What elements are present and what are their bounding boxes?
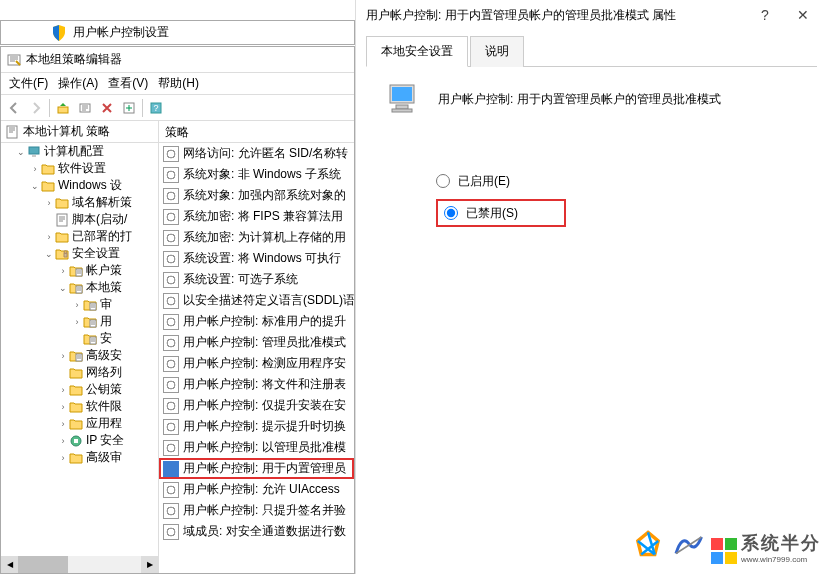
list-item[interactable]: 用户帐户控制: 只提升签名并验 xyxy=(159,500,354,521)
options-button[interactable] xyxy=(74,98,96,118)
list-item[interactable]: 系统加密: 将 FIPS 兼容算法用 xyxy=(159,206,354,227)
tree-item[interactable]: ›公钥策 xyxy=(1,381,158,398)
list-item[interactable]: 用户帐户控制: 以管理员批准模 xyxy=(159,437,354,458)
expander-icon[interactable]: ⌄ xyxy=(15,147,27,157)
back-button[interactable] xyxy=(3,98,25,118)
policy-item-icon xyxy=(163,167,179,183)
list-item[interactable]: 用户帐户控制: 用于内置管理员 xyxy=(159,458,354,479)
expander-icon[interactable]: › xyxy=(57,385,69,395)
expander-icon[interactable]: › xyxy=(71,300,83,310)
expander-icon[interactable]: › xyxy=(57,436,69,446)
expander-icon[interactable]: ⌄ xyxy=(43,249,55,259)
folder-icon xyxy=(69,366,83,380)
list-item[interactable]: 以安全描述符定义语言(SDDL)语 xyxy=(159,290,354,311)
computer-icon xyxy=(27,145,41,159)
tree-item[interactable]: ›用 xyxy=(1,313,158,330)
radio-disabled-row[interactable]: 已禁用(S) xyxy=(436,199,566,227)
expander-icon[interactable]: › xyxy=(43,232,55,242)
menu-file[interactable]: 文件(F) xyxy=(5,73,52,94)
expander-icon[interactable]: › xyxy=(57,453,69,463)
tree-item[interactable]: ›高级安 xyxy=(1,347,158,364)
menu-action[interactable]: 操作(A) xyxy=(54,73,102,94)
list-header[interactable]: 策略 xyxy=(159,121,354,143)
h-scrollbar[interactable]: ◀ ▶ xyxy=(1,556,158,573)
list-item[interactable]: 网络访问: 允许匿名 SID/名称转 xyxy=(159,143,354,164)
forward-button[interactable] xyxy=(25,98,47,118)
list-item[interactable]: 用户帐户控制: 管理员批准模式 xyxy=(159,332,354,353)
radio-disabled[interactable] xyxy=(444,206,458,220)
svg-text:?: ? xyxy=(153,103,158,113)
list-item[interactable]: 用户帐户控制: 仅提升安装在安 xyxy=(159,395,354,416)
list-item[interactable]: 用户帐户控制: 提示提升时切换 xyxy=(159,416,354,437)
list-item[interactable]: 用户帐户控制: 允许 UIAccess xyxy=(159,479,354,500)
radio-enabled-row[interactable]: 已启用(E) xyxy=(436,167,797,195)
shield-icon xyxy=(51,25,67,41)
folder-icon xyxy=(55,230,69,244)
list-item[interactable]: 系统加密: 为计算机上存储的用 xyxy=(159,227,354,248)
tree-item-label: 安 xyxy=(100,330,112,347)
menu-view[interactable]: 查看(V) xyxy=(104,73,152,94)
export-button[interactable] xyxy=(118,98,140,118)
list-item[interactable]: 用户帐户控制: 检测应用程序安 xyxy=(159,353,354,374)
scroll-thumb[interactable] xyxy=(18,556,68,573)
expander-icon[interactable]: › xyxy=(57,351,69,361)
tree-item[interactable]: ›帐户策 xyxy=(1,262,158,279)
tree-item[interactable]: ⌄安全设置 xyxy=(1,245,158,262)
brand-url: www.win7999.com xyxy=(741,555,821,564)
tree-item[interactable]: ›已部署的打 xyxy=(1,228,158,245)
menu-bar: 文件(F) 操作(A) 查看(V) 帮助(H) xyxy=(1,73,354,95)
expander-icon[interactable]: › xyxy=(29,164,41,174)
tree-item[interactable]: ⌄Windows 设 xyxy=(1,177,158,194)
list-item[interactable]: 系统设置: 可选子系统 xyxy=(159,269,354,290)
tree-item[interactable]: ⌄计算机配置 xyxy=(1,143,158,160)
tab-explain[interactable]: 说明 xyxy=(470,36,524,67)
svg-rect-22 xyxy=(392,109,412,112)
tree-item[interactable]: ›审 xyxy=(1,296,158,313)
expander-icon[interactable]: ⌄ xyxy=(57,283,69,293)
expander-icon[interactable]: ⌄ xyxy=(29,181,41,191)
up-button[interactable] xyxy=(52,98,74,118)
expander-icon[interactable]: › xyxy=(57,266,69,276)
policy-icon xyxy=(69,349,83,363)
tree-item[interactable]: 网络列 xyxy=(1,364,158,381)
list-item-label: 域成员: 对安全通道数据进行数 xyxy=(183,523,346,540)
list-item[interactable]: 用户帐户控制: 标准用户的提升 xyxy=(159,311,354,332)
list-item[interactable]: 系统设置: 将 Windows 可执行 xyxy=(159,248,354,269)
tree-content[interactable]: ⌄计算机配置›软件设置⌄Windows 设›域名解析策脚本(启动/›已部署的打⌄… xyxy=(1,143,158,555)
radio-enabled[interactable] xyxy=(436,174,450,188)
policy-icon xyxy=(69,264,83,278)
expander-icon[interactable]: › xyxy=(71,317,83,327)
policy-item-icon xyxy=(163,188,179,204)
list-item[interactable]: 系统对象: 加强内部系统对象的 xyxy=(159,185,354,206)
tree-item[interactable]: ›软件设置 xyxy=(1,160,158,177)
list-item[interactable]: 用户帐户控制: 将文件和注册表 xyxy=(159,374,354,395)
dialog-body: 用户帐户控制: 用于内置管理员帐户的管理员批准模式 已启用(E) 已禁用(S) xyxy=(356,67,827,241)
policy-item-icon xyxy=(163,146,179,162)
svg-rect-20 xyxy=(392,87,412,101)
tree-item[interactable]: ⌄本地策 xyxy=(1,279,158,296)
close-button[interactable]: ✕ xyxy=(789,3,817,27)
help-button[interactable]: ? xyxy=(145,98,167,118)
tab-local-security[interactable]: 本地安全设置 xyxy=(366,36,468,67)
policy-window-title: 本地组策略编辑器 xyxy=(26,51,122,68)
list-item-label: 以安全描述符定义语言(SDDL)语 xyxy=(183,292,354,309)
tree-item[interactable]: 脚本(启动/ xyxy=(1,211,158,228)
expander-icon[interactable]: › xyxy=(43,198,55,208)
tree-item[interactable]: ›应用程 xyxy=(1,415,158,432)
tree-item[interactable]: 安 xyxy=(1,330,158,347)
delete-button[interactable] xyxy=(96,98,118,118)
tree-item[interactable]: ›软件限 xyxy=(1,398,158,415)
tree-item[interactable]: ›域名解析策 xyxy=(1,194,158,211)
tree-item[interactable]: ›IP 安全 xyxy=(1,432,158,449)
list-item-label: 系统对象: 加强内部系统对象的 xyxy=(183,187,346,204)
tree-item[interactable]: ›高级审 xyxy=(1,449,158,466)
expander-icon[interactable]: › xyxy=(57,402,69,412)
scroll-left[interactable]: ◀ xyxy=(1,556,18,573)
scroll-right[interactable]: ▶ xyxy=(141,556,158,573)
expander-icon[interactable]: › xyxy=(57,419,69,429)
list-item[interactable]: 系统对象: 非 Windows 子系统 xyxy=(159,164,354,185)
help-button[interactable]: ? xyxy=(751,3,779,27)
list-item[interactable]: 域成员: 对安全通道数据进行数 xyxy=(159,521,354,542)
policy-item-icon xyxy=(163,314,179,330)
menu-help[interactable]: 帮助(H) xyxy=(154,73,203,94)
